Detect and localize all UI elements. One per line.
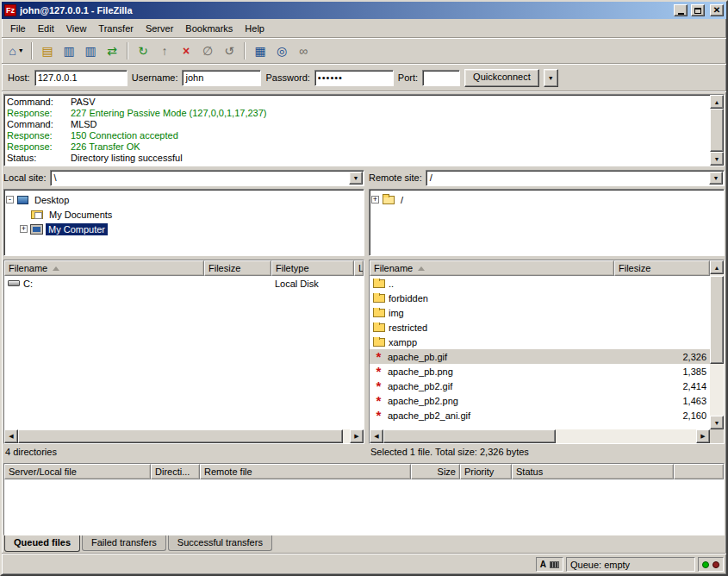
title-bar[interactable]: Fz john@127.0.0.1 - FileZilla ✕ <box>2 2 726 19</box>
log-label: Response: <box>7 130 71 141</box>
menu-item-transfer[interactable]: Transfer <box>92 21 140 36</box>
file-row[interactable]: xampp <box>370 335 710 349</box>
quickconnect-dropdown-button[interactable]: ▼ <box>544 69 558 87</box>
toggle-local-treeview-button[interactable]: ▥ <box>59 41 79 60</box>
toggle-message-log-button[interactable]: ▤ <box>37 41 58 60</box>
scroll-down-button[interactable]: ▼ <box>710 152 724 166</box>
file-row[interactable]: *apache_pb.png1,385 <box>370 364 710 379</box>
host-input[interactable] <box>34 70 128 86</box>
column-header-filesize[interactable]: Filesize <box>204 260 271 276</box>
file-row-c-drive[interactable]: C: Local Disk <box>4 276 364 291</box>
menu-item-server[interactable]: Server <box>140 21 179 36</box>
column-header-remote-file[interactable]: Remote file <box>200 464 411 479</box>
tree-item-root[interactable]: + / <box>371 192 722 207</box>
column-header-filename[interactable]: Filename <box>370 260 614 276</box>
transfer-type-indicator[interactable]: A <box>536 557 563 572</box>
scroll-down-button[interactable]: ▼ <box>710 416 724 429</box>
scroll-track[interactable] <box>383 429 696 443</box>
filename: C: <box>23 279 33 289</box>
scroll-track[interactable] <box>18 429 350 443</box>
log-scrollbar[interactable]: ▲ ▼ <box>710 95 724 166</box>
scroll-right-button[interactable]: ▶ <box>350 429 364 443</box>
tree-item-my-documents[interactable]: My Documents <box>6 207 362 222</box>
expand-icon[interactable]: + <box>371 196 379 203</box>
column-header-filetype[interactable]: Filetype <box>271 260 354 276</box>
message-log-lines: Command:PASV Response:227 Entering Passi… <box>4 95 710 166</box>
remote-vertical-scrollbar[interactable]: ▲ ▼ <box>710 260 724 429</box>
scroll-track[interactable] <box>710 109 724 152</box>
log-label: Command: <box>7 119 71 130</box>
local-horizontal-scrollbar[interactable]: ◀ ▶ <box>4 429 364 443</box>
directory-comparison-icon: ▦ <box>254 45 265 57</box>
site-manager-button[interactable]: ⌂ ▼ <box>6 41 27 60</box>
tab-successful-transfers[interactable]: Successful transfers <box>168 535 272 551</box>
local-site-combobox[interactable]: \ ▼ <box>50 170 364 186</box>
quickconnect-button[interactable]: Quickconnect <box>464 69 539 87</box>
image-file-icon: * <box>373 397 384 405</box>
combobox-dropdown-button[interactable]: ▼ <box>709 172 723 185</box>
file-row[interactable]: restricted <box>370 320 710 335</box>
remote-horizontal-scrollbar[interactable]: ◀ ▶ <box>370 429 724 443</box>
menu-item-bookmarks[interactable]: Bookmarks <box>179 21 239 36</box>
column-header-server-local-file[interactable]: Server/Local file <box>4 464 151 479</box>
queue-body[interactable] <box>4 479 724 535</box>
column-header-size[interactable]: Size <box>411 464 460 479</box>
toggle-transfer-queue-button[interactable]: ⇄ <box>102 41 122 60</box>
file-row[interactable]: img <box>370 305 710 320</box>
toggle-remote-treeview-button[interactable]: ▥ <box>80 41 101 60</box>
disconnect-button[interactable]: ∅ <box>197 41 218 60</box>
queue-status-text: Queue: empty <box>570 560 630 570</box>
minimize-button[interactable] <box>674 4 688 16</box>
file-row[interactable]: *apache_pb2.png1,463 <box>370 393 710 408</box>
column-header-filesize[interactable]: Filesize <box>614 260 710 276</box>
combobox-dropdown-button[interactable]: ▼ <box>349 172 363 185</box>
column-header-direction[interactable]: Directi... <box>151 464 200 479</box>
refresh-button[interactable]: ↻ <box>133 41 153 60</box>
scroll-up-button[interactable]: ▲ <box>710 260 724 274</box>
abort-button[interactable]: × <box>176 41 196 60</box>
column-header-filename[interactable]: Filename <box>4 260 204 276</box>
file-row[interactable]: *apache_pb2_ani.gif2,160 <box>370 408 710 423</box>
collapse-icon[interactable]: - <box>6 196 14 203</box>
filter-button[interactable]: ∞ <box>293 41 314 60</box>
reconnect-button[interactable]: ↺ <box>219 41 240 60</box>
file-row[interactable]: *apache_pb2.gif2,414 <box>370 379 710 393</box>
app-icon: Fz <box>4 4 16 16</box>
scroll-left-button[interactable]: ◀ <box>370 429 383 443</box>
column-header-lastmodified[interactable]: L <box>354 260 364 276</box>
scroll-thumb[interactable] <box>18 429 343 443</box>
tree-item-desktop[interactable]: - Desktop <box>6 192 362 207</box>
log-line: Status:Directory listing successful <box>7 153 707 164</box>
maximize-button[interactable] <box>691 4 705 16</box>
find-button[interactable]: ◎ <box>271 41 292 60</box>
column-header-status[interactable]: Status <box>512 464 674 479</box>
file-row[interactable]: *apache_pb.gif2,326 <box>370 349 710 364</box>
tab-failed-transfers[interactable]: Failed transfers <box>82 535 166 551</box>
scroll-thumb[interactable] <box>710 109 724 152</box>
username-input[interactable] <box>182 70 261 86</box>
directory-comparison-button[interactable]: ▦ <box>250 41 271 60</box>
scroll-left-button[interactable]: ◀ <box>4 429 18 443</box>
tree-item-my-computer[interactable]: + My Computer <box>6 222 362 236</box>
expand-icon[interactable]: + <box>20 225 28 233</box>
password-input[interactable] <box>314 70 394 86</box>
queue-tabs: Queued files Failed transfers Successful… <box>2 535 726 553</box>
menu-item-edit[interactable]: Edit <box>32 21 60 36</box>
tab-queued-files[interactable]: Queued files <box>4 535 80 552</box>
remote-site-combobox[interactable]: / ▼ <box>426 170 725 186</box>
scroll-thumb[interactable] <box>710 276 724 364</box>
column-header-priority[interactable]: Priority <box>460 464 512 479</box>
close-button[interactable]: ✕ <box>710 4 724 16</box>
scroll-up-button[interactable]: ▲ <box>710 95 724 109</box>
port-input[interactable] <box>422 70 460 86</box>
file-row[interactable]: forbidden <box>370 291 710 305</box>
scroll-track[interactable] <box>710 274 724 416</box>
scroll-right-button[interactable]: ▶ <box>696 429 710 443</box>
scroll-thumb[interactable] <box>383 429 556 443</box>
menu-item-view[interactable]: View <box>60 21 93 36</box>
file-row[interactable]: .. <box>370 276 710 291</box>
process-queue-button[interactable]: ↑ <box>154 41 175 60</box>
menu-item-help[interactable]: Help <box>239 21 271 36</box>
remote-site-label: Remote site: <box>369 172 422 183</box>
menu-item-file[interactable]: File <box>4 21 32 36</box>
